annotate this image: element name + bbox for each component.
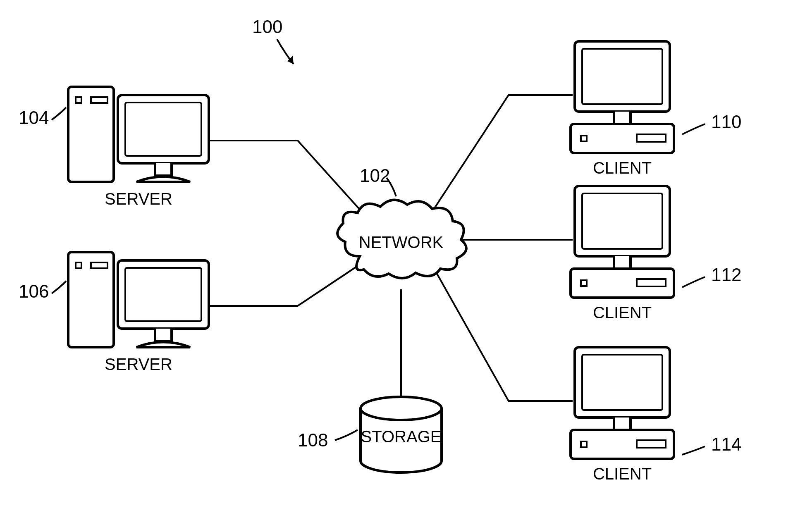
client-112-ref-lead	[682, 277, 705, 287]
client-110-ref-lead	[682, 124, 705, 134]
figure-ref-label: 100	[252, 17, 282, 37]
storage-ref-lead	[335, 430, 358, 440]
client-112-ref: 112	[711, 265, 741, 285]
client-114-ref-lead	[682, 446, 705, 455]
server-106-label: SERVER	[105, 355, 172, 373]
network-diagram: 100 NETWORK 102 STORAGE 108 SERVER 104 S…	[0, 0, 805, 532]
network-ref: 102	[360, 165, 390, 186]
storage-ref: 108	[298, 430, 328, 450]
client-114-label: CLIENT	[593, 465, 652, 483]
storage-label: STORAGE	[361, 427, 442, 446]
network-label: NETWORK	[359, 233, 444, 251]
client-114	[571, 347, 674, 459]
client-112-label: CLIENT	[593, 303, 652, 322]
client-110-label: CLIENT	[593, 159, 652, 177]
client-110-ref: 110	[711, 112, 741, 132]
server-104-ref: 104	[19, 107, 49, 128]
server-106-ref: 106	[19, 281, 49, 301]
server-104	[68, 87, 209, 182]
server-104-label: SERVER	[105, 190, 172, 208]
figure-ref: 100	[252, 17, 294, 64]
server-106-ref-lead	[52, 281, 66, 293]
network-ref-lead	[387, 178, 396, 196]
client-110	[571, 41, 674, 153]
client-112	[571, 186, 674, 298]
server-104-ref-lead	[52, 107, 66, 120]
client-114-ref: 114	[711, 434, 741, 454]
server-106	[68, 252, 209, 347]
